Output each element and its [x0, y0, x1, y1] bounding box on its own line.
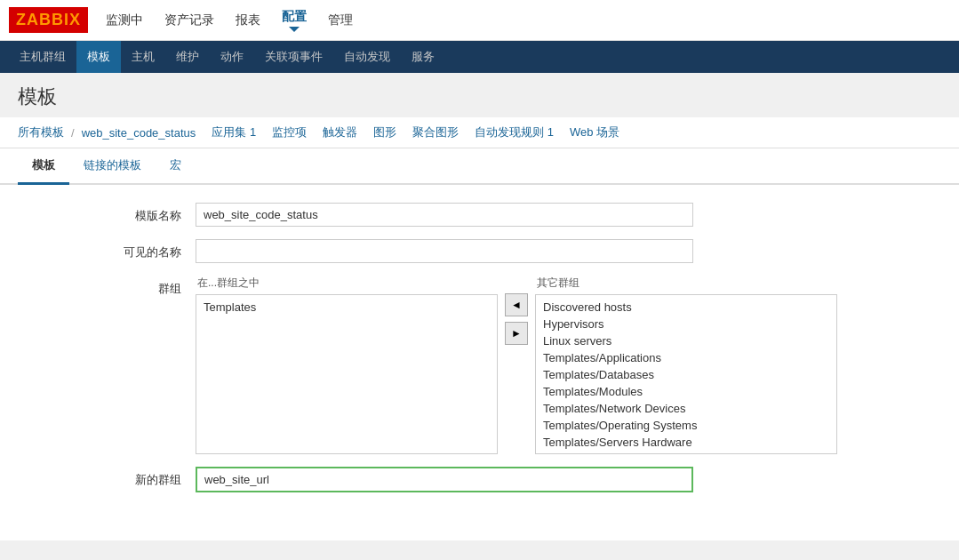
logo-abbix: ABBIX [27, 11, 81, 28]
page-title-bar: 模板 [0, 73, 959, 117]
other-group-item-8[interactable]: Templates/Servers Hardware [536, 434, 836, 451]
in-groups-listbox[interactable]: Templates [196, 294, 498, 454]
breadcrumb: 所有模板 / web_site_code_status 应用集 1 监控项 触发… [0, 117, 959, 148]
breadcrumb-current[interactable]: web_site_code_status [82, 126, 196, 140]
other-groups-section: 其它群组 Discovered hosts Hypervisors Linux … [535, 276, 837, 454]
breadcrumb-graphs[interactable]: 图形 [373, 124, 396, 140]
template-name-input[interactable] [196, 203, 693, 227]
new-group-label: 新的群组 [18, 467, 196, 488]
nav-correlations[interactable]: 关联项事件 [254, 41, 333, 73]
main-content: 模版名称 可见的名称 群组 在...群组之中 Templates ◄ ► [0, 185, 959, 540]
other-group-item-5[interactable]: Templates/Modules [536, 383, 836, 400]
other-group-item-3[interactable]: Templates/Applications [536, 349, 836, 366]
breadcrumb-web-scenarios[interactable]: Web 场景 [570, 124, 619, 140]
nav-monitor[interactable]: 监测中 [106, 12, 143, 28]
nav-templates[interactable]: 模板 [76, 41, 121, 73]
visible-name-input-wrapper [196, 239, 693, 263]
breadcrumb-monitor-items[interactable]: 监控项 [272, 124, 307, 140]
other-group-item-1[interactable]: Hypervisors [536, 316, 836, 332]
groups-label: 群组 [18, 276, 196, 297]
in-groups-section: 在...群组之中 Templates [196, 276, 498, 454]
nav-services[interactable]: 服务 [401, 41, 445, 73]
template-name-input-wrapper [196, 203, 693, 227]
top-navigation: ZABBIX 监测中 资产记录 报表 配置 管理 [0, 0, 959, 41]
breadcrumb-aggregate-graphs[interactable]: 聚合图形 [412, 124, 459, 140]
nav-hosts[interactable]: 主机 [121, 41, 165, 73]
visible-name-row: 可见的名称 [18, 239, 941, 263]
group-transfer-buttons: ◄ ► [498, 293, 535, 345]
nav-assets[interactable]: 资产记录 [164, 12, 214, 28]
tab-template[interactable]: 模板 [18, 148, 69, 185]
breadcrumb-all-templates[interactable]: 所有模板 [18, 124, 64, 140]
new-group-input[interactable] [196, 467, 693, 492]
breadcrumb-appsets[interactable]: 应用集 1 [212, 124, 256, 140]
nav-config[interactable]: 配置 [282, 9, 307, 32]
other-group-item-9[interactable]: Templates/Virtualization [536, 451, 836, 454]
other-groups-listbox[interactable]: Discovered hosts Hypervisors Linux serve… [535, 294, 837, 454]
other-group-item-2[interactable]: Linux servers [536, 332, 836, 349]
breadcrumb-discovery-rules[interactable]: 自动发现规则 1 [475, 124, 554, 140]
content-tabs: 模板 链接的模板 宏 [0, 148, 959, 185]
breadcrumb-separator: / [71, 126, 75, 140]
new-group-row: 新的群组 [18, 467, 941, 492]
tab-macros[interactable]: 宏 [156, 148, 196, 185]
nav-discovery[interactable]: 自动发现 [333, 41, 401, 73]
move-left-button[interactable]: ◄ [505, 293, 528, 316]
visible-name-label: 可见的名称 [18, 239, 196, 260]
tab-linked-templates[interactable]: 链接的模板 [69, 148, 156, 185]
in-group-item-templates[interactable]: Templates [196, 299, 497, 316]
zabbix-logo[interactable]: ZABBIX [9, 7, 88, 33]
nav-maintenance[interactable]: 维护 [165, 41, 210, 73]
other-group-item-7[interactable]: Templates/Operating Systems [536, 417, 836, 434]
nav-hostgroups[interactable]: 主机群组 [9, 41, 76, 73]
nav-reports[interactable]: 报表 [236, 12, 260, 28]
nav-admin[interactable]: 管理 [328, 12, 353, 28]
other-group-item-6[interactable]: Templates/Network Devices [536, 400, 836, 417]
template-name-row: 模版名称 [18, 203, 941, 227]
logo-z: Z [16, 11, 27, 28]
template-name-label: 模版名称 [18, 203, 196, 224]
groups-row: 群组 在...群组之中 Templates ◄ ► 其它群组 Discovere… [18, 276, 941, 454]
other-group-item-0[interactable]: Discovered hosts [536, 299, 836, 316]
top-nav-menu: 监测中 资产记录 报表 配置 管理 [106, 9, 353, 32]
visible-name-input[interactable] [196, 239, 693, 263]
in-group-label: 在...群组之中 [196, 276, 498, 291]
other-group-item-4[interactable]: Templates/Databases [536, 366, 836, 383]
page-title: 模板 [18, 84, 941, 110]
second-navigation: 主机群组 模板 主机 维护 动作 关联项事件 自动发现 服务 [0, 41, 959, 73]
nav-actions[interactable]: 动作 [210, 41, 254, 73]
breadcrumb-triggers[interactable]: 触发器 [323, 124, 357, 140]
move-right-button[interactable]: ► [505, 322, 528, 345]
other-group-label: 其它群组 [535, 276, 837, 291]
new-group-input-wrapper [196, 467, 693, 492]
